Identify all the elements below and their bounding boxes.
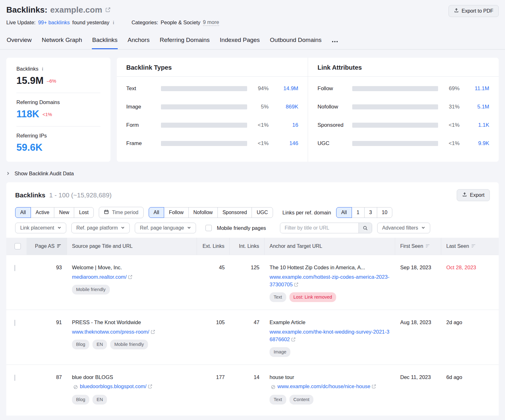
column-header-last-seen[interactable]: Last Seen — [441, 238, 499, 255]
live-update-suffix: found yesterday — [72, 20, 109, 26]
table-row: 93 Welcome | Move, Inc. mediaroom.realto… — [6, 255, 499, 310]
column-header-page-as[interactable]: Page AS — [27, 238, 67, 255]
link-type-tag: Text — [270, 395, 286, 405]
chevron-down-icon — [57, 225, 61, 231]
mobile-friendly-label: Mobile friendly pages — [217, 225, 266, 231]
referring-domains-stat-value[interactable]: 118K — [16, 108, 39, 120]
source-url-link[interactable]: mediaroom.realtor.com/ — [72, 273, 192, 281]
language-tag: EN — [92, 395, 107, 405]
last-seen-value: 6d ago — [446, 374, 462, 380]
lpd-10[interactable]: 10 — [377, 207, 393, 218]
form-bar — [161, 123, 247, 128]
follow-all[interactable]: All — [149, 207, 164, 218]
target-url-link[interactable]: www.example.com/hottest-zip-codes-americ… — [270, 273, 390, 289]
mobile-friendly-tag: Mobile friendly — [110, 340, 148, 349]
follow-nofollow[interactable]: Nofollow — [188, 207, 218, 218]
tab-referring-domains[interactable]: Referring Domains — [159, 33, 210, 49]
sort-icon — [57, 243, 62, 249]
referring-domains-stat-delta: <1% — [42, 112, 52, 117]
time-period-button[interactable]: Time period — [99, 207, 144, 218]
tab-outbound-domains[interactable]: Outbound Domains — [270, 33, 322, 49]
ref-page-platform-dropdown[interactable]: Ref. page platform — [71, 223, 130, 233]
tab-indexed-pages[interactable]: Indexed Pages — [219, 33, 260, 49]
link-placement-dropdown[interactable]: Link placement — [15, 223, 66, 233]
ref-page-language-dropdown[interactable]: Ref. page language — [135, 223, 196, 233]
categories-label: Categories: — [132, 20, 158, 26]
links-per-domain-filter: All 1 3 10 — [336, 207, 392, 218]
calendar-icon — [104, 209, 109, 216]
anchor-title: The 10 Hottest Zip Codes in America, A..… — [270, 264, 390, 271]
live-update-link[interactable]: 99+ backlinks — [38, 20, 70, 26]
row-checkbox[interactable] — [15, 320, 15, 326]
target-url-link[interactable]: www.example.com/the-knot-wedding-survey-… — [270, 328, 390, 343]
row-checkbox[interactable] — [15, 265, 15, 271]
nofollow-icon — [270, 384, 276, 390]
row-checkbox[interactable] — [15, 375, 15, 381]
follow-ugc[interactable]: UGC — [252, 207, 273, 218]
chevron-down-icon — [187, 225, 191, 231]
lpd-1[interactable]: 1 — [352, 207, 365, 218]
follow-sponsored[interactable]: Sponsored — [217, 207, 252, 218]
backlinks-stat-delta: –6% — [47, 78, 56, 84]
categories-more-link[interactable]: 9 more — [203, 19, 219, 26]
show-backlink-audit-toggle[interactable]: Show Backlink Audit Data — [6, 171, 499, 177]
tab-backlinks[interactable]: Backlinks — [92, 33, 118, 49]
tab-anchors[interactable]: Anchors — [127, 33, 150, 49]
nofollow-bar — [352, 104, 438, 109]
column-header-anchor[interactable]: Anchor and Target URL — [264, 238, 395, 255]
page-header: Backlinks: example.com Live Update: 99+ … — [0, 0, 505, 26]
mobile-friendly-checkbox[interactable] — [205, 225, 212, 231]
external-link-icon[interactable] — [105, 5, 111, 15]
export-to-pdf-button[interactable]: Export to PDF — [449, 5, 499, 17]
more-tabs-icon[interactable] — [331, 38, 338, 49]
info-icon[interactable]: i — [41, 66, 44, 72]
page-as-value: 93 — [27, 255, 67, 310]
link-content-tag: Content — [289, 395, 314, 405]
lpd-3[interactable]: 3 — [364, 207, 377, 218]
status-filter: All Active New Lost — [15, 207, 94, 218]
status-lost[interactable]: Lost — [74, 207, 93, 218]
int-links-value: 14 — [230, 365, 264, 412]
source-title: PRESS - The Knot Worldwide — [72, 319, 192, 326]
export-button[interactable]: Export — [457, 189, 490, 201]
page-title: Backlinks: example.com — [6, 5, 219, 15]
status-all[interactable]: All — [15, 207, 31, 218]
search-input[interactable] — [280, 223, 359, 233]
last-seen-value: 2d ago — [446, 319, 462, 325]
page-as-value: 91 — [27, 310, 67, 365]
bar-row-text: Text 94% 14.9M — [126, 85, 298, 92]
lpd-all[interactable]: All — [336, 207, 352, 218]
source-url-link[interactable]: www.theknotww.com/press-room/ — [72, 328, 192, 336]
source-url-link[interactable]: bluedoorblogs.blogspot.com/ — [72, 383, 192, 391]
upload-icon — [454, 8, 459, 14]
link-attributes-title: Link Attributes — [308, 58, 499, 77]
link-type-tag: Text — [270, 292, 286, 302]
column-header-ext-links[interactable]: Ext. Links — [197, 238, 230, 255]
column-header-source[interactable]: Source page Title and URL — [67, 238, 197, 255]
target-url-link[interactable]: www.example.com/dc/house/nice-house — [270, 383, 390, 391]
page-as-value: 87 — [27, 365, 67, 412]
anchor-title: house tour — [270, 374, 390, 381]
referring-ips-stat-label: Referring IPs — [16, 133, 47, 139]
first-seen-value: Aug 18, 2023 — [400, 319, 431, 325]
chevron-down-icon — [121, 225, 125, 231]
follow-follow[interactable]: Follow — [164, 207, 188, 218]
table-title: Backlinks — [15, 191, 45, 199]
advanced-filters-dropdown[interactable]: Advanced filters — [377, 223, 430, 233]
column-header-int-links[interactable]: Int. Links — [230, 238, 264, 255]
int-links-value: 125 — [230, 255, 264, 310]
bar-row-form: Form <1% 16 — [126, 122, 298, 128]
chevron-right-icon — [6, 171, 10, 177]
info-icon[interactable]: i — [112, 20, 115, 25]
select-all-checkbox[interactable] — [15, 243, 21, 249]
anchor-title: Example Article — [270, 319, 390, 326]
chevron-down-icon — [421, 225, 425, 231]
search-icon[interactable] — [359, 223, 372, 233]
referring-ips-stat-value[interactable]: 59.6K — [16, 142, 43, 153]
column-header-first-seen[interactable]: First Seen — [395, 238, 441, 255]
tab-network-graph[interactable]: Network Graph — [41, 33, 82, 49]
status-active[interactable]: Active — [31, 207, 55, 218]
tab-overview[interactable]: Overview — [6, 33, 32, 49]
backlinks-stat-label: Backlinks — [16, 66, 39, 72]
status-new[interactable]: New — [54, 207, 74, 218]
